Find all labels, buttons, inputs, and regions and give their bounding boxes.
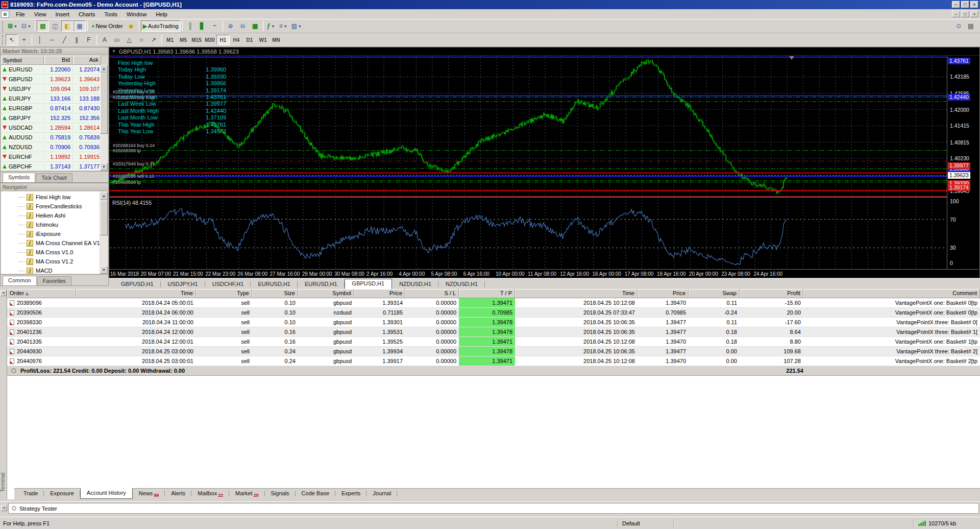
market-watch-row[interactable]: USDCAD1.285941.28614: [1, 123, 108, 133]
horizontal-line-tool[interactable]: ─: [46, 34, 58, 45]
period-m15-button[interactable]: M15: [190, 35, 203, 45]
status-profile[interactable]: Default: [618, 519, 674, 528]
market-watch-row[interactable]: USDJPY109.094109.107: [1, 84, 108, 94]
chart-tab-eurusd-h1[interactable]: EURUSD,H1: [251, 280, 298, 289]
terminal-column-header-swap[interactable]: Swap: [689, 289, 740, 298]
market-watch-row[interactable]: EURJPY133.166133.188: [1, 94, 108, 104]
navigator-item-ichimoku[interactable]: ƒIchimoku: [1, 220, 100, 229]
find-symbol-button[interactable]: ⊙: [952, 20, 965, 32]
period-m5-button[interactable]: M5: [177, 35, 190, 45]
terminal-column-header-size[interactable]: Size: [252, 289, 298, 298]
menu-charts[interactable]: Charts: [74, 10, 100, 19]
navigator-item-heiken-ashi[interactable]: ƒHeiken Ashi: [1, 211, 100, 220]
window-minimize-button[interactable]: –: [952, 1, 960, 8]
terminal-column-header-order[interactable]: Order ▵: [7, 289, 76, 298]
scroll-up-icon[interactable]: ▲: [100, 192, 108, 200]
column-header-ask[interactable]: Ask: [72, 56, 101, 65]
period-h4-button[interactable]: H4: [230, 35, 243, 45]
terminal-column-header-s-l[interactable]: S / L: [405, 289, 459, 298]
channel-tool[interactable]: ∥: [70, 34, 83, 45]
terminal-column-header-time[interactable]: Time: [515, 289, 638, 298]
order-history-row[interactable]: 204013352018.04.24 12:00:01sell0.16gbpus…: [7, 337, 980, 347]
market-watch-row[interactable]: GBPUSD1.396231.39643: [1, 75, 108, 84]
terminal-column-header-profit[interactable]: Profit: [740, 289, 803, 298]
trendline-tool[interactable]: ╱: [58, 34, 70, 45]
terminal-tab-market[interactable]: Market 20: [229, 489, 264, 498]
chart-time-axis[interactable]: 16 Mar 201820 Mar 07:0021 Mar 15:0022 Ma…: [109, 269, 979, 278]
window-maximize-button[interactable]: □: [961, 1, 969, 8]
chart-tab-eurusd-h1[interactable]: EURUSD,H1: [298, 280, 345, 289]
market-watch-tab-tick-chart[interactable]: Tick Chart: [36, 173, 72, 182]
chart-close-button[interactable]: ×: [970, 11, 978, 17]
arrow-objects-tool[interactable]: ↗: [148, 34, 160, 45]
chart-tab-nzdusd-h1[interactable]: NZDUSD,H1: [438, 280, 485, 289]
column-header-symbol[interactable]: Symbol: [1, 56, 44, 65]
strategy-tester-field[interactable]: Strategy Tester: [8, 503, 979, 514]
scroll-down-icon[interactable]: ▼: [100, 163, 108, 171]
triangle-tool[interactable]: △: [123, 34, 135, 45]
periods-button[interactable]: ≡▼: [277, 20, 289, 32]
chart-restore-button[interactable]: □: [961, 11, 969, 17]
terminal-tab-code-base[interactable]: Code Base: [296, 489, 335, 498]
terminal-column-header-type[interactable]: Type: [196, 289, 252, 298]
period-h1-button[interactable]: H1: [216, 35, 230, 45]
scroll-thumb[interactable]: [100, 200, 108, 235]
menu-window[interactable]: Window: [122, 10, 151, 19]
navigator-scrollbar[interactable]: ▲ ▼: [100, 192, 108, 274]
chart-dropdown-icon[interactable]: ▼: [112, 49, 116, 54]
order-history-row[interactable]: 204409762018.04.25 03:00:01sell0.24gbpus…: [7, 356, 980, 366]
terminal-column-header-price[interactable]: Price: [638, 289, 689, 298]
navigator-item-ma-cross-channel-ea-v1[interactable]: ƒMA Cross Channel EA V1: [1, 238, 100, 248]
data-window-toggle[interactable]: ◫: [49, 20, 61, 32]
order-history-row[interactable]: 203983302018.04.24 11:00:00sell0.10gbpus…: [7, 318, 980, 327]
chart-minimize-button[interactable]: –: [952, 11, 960, 17]
column-header-bid[interactable]: Bid: [44, 56, 72, 65]
scripts-button[interactable]: ◆: [125, 20, 137, 32]
window-close-button[interactable]: ×: [970, 1, 978, 8]
terminal-column-header-symbol[interactable]: Symbol: [298, 289, 354, 298]
market-watch-tab-symbols[interactable]: Symbols: [3, 173, 35, 182]
market-watch-row[interactable]: AUDUSD0.758190.75839: [1, 133, 108, 142]
period-mn-button[interactable]: MN: [270, 35, 283, 45]
terminal-tab-signals[interactable]: Signals: [265, 489, 296, 498]
rectangle-tool[interactable]: ▭: [111, 34, 123, 45]
text-tool[interactable]: A: [99, 34, 111, 45]
strategy-tester-close-icon[interactable]: ×: [1, 505, 7, 511]
vertical-line-tool[interactable]: │: [34, 34, 46, 45]
chart-tab-usdjpy-h1[interactable]: USDJPY,H1: [161, 280, 205, 289]
profiles-button[interactable]: ⊟▼: [19, 20, 33, 32]
chart-canvas[interactable]: [110, 56, 947, 269]
terminal-column-header-time[interactable]: Time: [76, 289, 196, 298]
period-m1-button[interactable]: M1: [163, 35, 177, 45]
menu-insert[interactable]: Insert: [51, 10, 74, 19]
navigator-toggle[interactable]: ◧: [61, 20, 74, 32]
market-watch-toggle[interactable]: ▤: [37, 20, 49, 32]
chart-tab-nzdusd-h1[interactable]: NZDUSD,H1: [392, 280, 438, 289]
period-m30-button[interactable]: M30: [203, 35, 216, 45]
scroll-up-icon[interactable]: ▲: [100, 65, 108, 73]
scroll-down-icon[interactable]: ▼: [100, 266, 108, 274]
terminal-close-icon[interactable]: ×: [1, 290, 7, 296]
indicators-button[interactable]: ƒ▼: [265, 20, 277, 32]
line-chart-button[interactable]: ~: [209, 20, 221, 32]
terminal-tab-experts[interactable]: Experts: [335, 489, 366, 498]
navigator-item-ma-cross-v1-2[interactable]: ƒMA Cross V1.2: [1, 257, 100, 266]
period-d1-button[interactable]: D1: [243, 35, 256, 45]
order-history-row[interactable]: 204409302018.04.25 03:00:00sell0.24gbpus…: [7, 347, 980, 356]
terminal-tab-mailbox[interactable]: Mailbox 22: [191, 489, 229, 498]
market-watch-row[interactable]: EURCHF1.198921.19915: [1, 152, 108, 162]
market-watch-row[interactable]: GBPCHF1.371431.37177: [1, 162, 108, 171]
terminal-toggle[interactable]: ▦: [74, 20, 86, 32]
terminal-column-header-price[interactable]: Price: [354, 289, 405, 298]
terminal-tab-exposure[interactable]: Exposure: [44, 489, 80, 498]
cursor-tool[interactable]: ↖: [6, 34, 18, 45]
chart-plot-area[interactable]: Flexi High lowToday High1.39960Today Low…: [110, 56, 947, 269]
bar-chart-button[interactable]: ║: [184, 20, 197, 32]
navigator-item-flexi-high-low[interactable]: ƒFlexi High low: [1, 193, 100, 202]
terminal-tab-trade[interactable]: Trade: [17, 489, 44, 498]
market-watch-row[interactable]: GBPJPY152.325152.356: [1, 113, 108, 123]
order-history-row[interactable]: 203905062018.04.24 06:00:00sell0.10nzdus…: [7, 308, 980, 318]
navigator-item-forexcandlesticks[interactable]: ƒForexCandlesticks: [1, 202, 100, 211]
navigator-item-macd[interactable]: ƒMACD: [1, 266, 100, 274]
fibonacci-tool[interactable]: F: [83, 34, 95, 45]
